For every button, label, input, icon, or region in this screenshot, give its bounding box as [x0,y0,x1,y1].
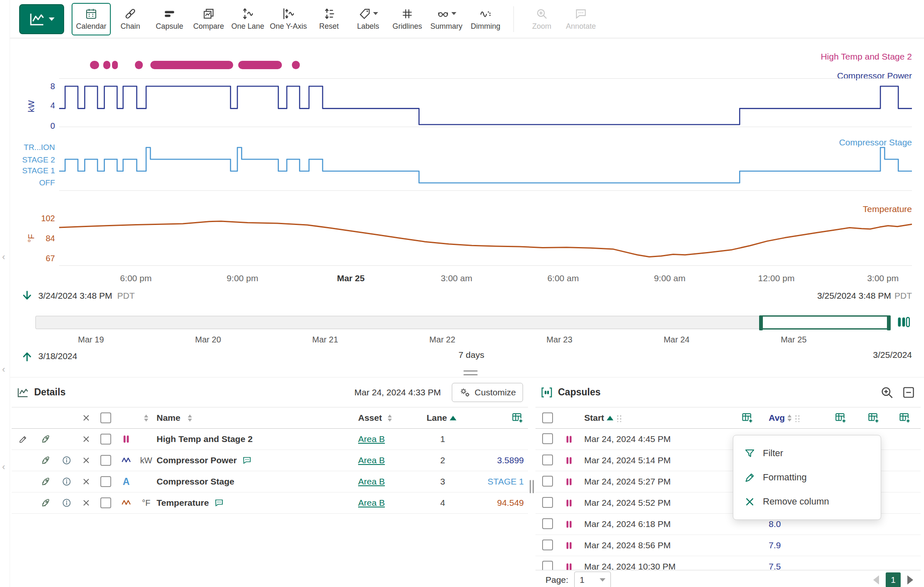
row-checkbox[interactable] [542,540,553,550]
comment-icon[interactable] [242,455,252,465]
capsule-bar[interactable] [103,61,110,69]
row-checkbox[interactable] [100,455,111,466]
sort-icon[interactable] [388,415,392,422]
collapse-chevron-icon[interactable]: ‹ [2,462,5,472]
asset-link[interactable]: Area B [358,455,385,465]
capsule-lane[interactable] [59,61,912,69]
row-checkbox[interactable] [100,476,111,487]
table-plus-icon[interactable] [899,412,911,424]
toolbar-item-dimming[interactable]: Dimming [466,2,505,37]
select-all-checkbox[interactable] [542,412,553,423]
vertical-splitter[interactable] [529,480,534,493]
row-checkbox[interactable] [542,561,553,570]
page-select[interactable]: 1 [574,572,611,587]
selection-left-handle[interactable] [759,315,763,330]
capsule-time-icon[interactable] [896,314,912,330]
toolbar-item-summary[interactable]: Summary [427,2,466,37]
capsule-bar[interactable] [150,61,233,69]
capsule-bar[interactable] [238,61,281,69]
toolbar-item-capsule[interactable]: Capsule [150,2,189,37]
x-icon[interactable] [82,413,91,422]
row-checkbox[interactable] [542,497,553,508]
table-plus-icon[interactable] [741,412,754,424]
chevron-down-icon [600,578,605,582]
column-grip-icon[interactable] [616,414,622,422]
capsule-bar[interactable] [292,61,299,69]
rocket-icon[interactable] [40,455,51,466]
horizontal-splitter[interactable] [463,370,478,375]
lane-column-header: Lane [426,413,447,423]
comment-icon[interactable] [214,498,224,508]
info-icon[interactable] [62,498,72,508]
table-plus-icon[interactable] [834,412,847,424]
string-signal-icon: A [123,476,130,487]
toolbar-item-calendar[interactable]: Calendar [72,3,111,35]
row-checkbox[interactable] [542,518,553,529]
previous-page-button[interactable] [873,575,879,585]
y-axis-tick: 0 [10,121,55,131]
investigate-range-row: 3/18/2024 7 days 3/25/2024 [10,350,924,363]
collapse-panel-icon[interactable] [902,385,916,400]
toolbar-item-compare[interactable]: Compare [189,2,228,37]
column-grip-icon[interactable] [794,414,800,422]
rocket-icon[interactable] [40,434,51,445]
asset-link[interactable]: Area B [358,477,385,487]
overview-timebar[interactable] [35,316,890,329]
info-icon[interactable] [62,455,72,465]
x-icon[interactable] [82,498,91,507]
chain-icon [124,7,137,20]
chart-type-button[interactable] [19,4,64,34]
toolbar-item-chain[interactable]: Chain [111,2,150,37]
select-all-checkbox[interactable] [100,412,111,423]
menu-item-formatting[interactable]: Formatting [733,465,881,490]
toolbar-item-one-lane[interactable]: One Lane [228,2,267,37]
row-checkbox[interactable] [100,497,111,508]
next-page-button[interactable] [907,575,913,585]
capsule-bar[interactable] [90,61,100,69]
asset-link[interactable]: Area B [358,498,385,508]
capsule-bar[interactable] [135,61,142,69]
sort-icon[interactable] [188,415,192,422]
sort-icon[interactable] [787,415,792,422]
toolbar-item-gridlines[interactable]: Gridlines [388,2,427,37]
collapse-chevron-icon[interactable]: ‹ [2,252,5,262]
row-checkbox[interactable] [100,434,111,445]
capsule-bar[interactable] [112,61,118,69]
x-icon[interactable] [82,456,91,465]
customize-button[interactable]: Customize [452,383,523,402]
lane-compressor-stage-plot[interactable] [59,143,912,190]
arrow-down-icon[interactable] [21,290,33,302]
table-plus-icon[interactable] [867,412,880,424]
row-checkbox[interactable] [542,476,553,487]
menu-item-remove-column[interactable]: Remove column [733,490,881,514]
overview-selection[interactable] [760,315,890,330]
toolbar-item-label: Summary [431,22,463,31]
item-value: STAGE 1 [461,471,528,492]
rocket-icon[interactable] [40,497,51,508]
x-icon[interactable] [82,435,91,444]
sort-icon[interactable] [144,415,148,422]
current-page-button[interactable]: 1 [886,572,901,587]
sort-asc-icon[interactable] [607,416,613,420]
sort-asc-icon[interactable] [450,416,456,420]
arrow-up-icon[interactable] [21,350,33,362]
toolbar-item-labels[interactable]: Labels [349,2,388,37]
toolbar-item-reset[interactable]: Reset [309,2,349,37]
zoom-to-capsule-icon[interactable] [880,385,894,400]
collapse-chevron-icon[interactable]: ‹ [2,365,5,374]
toolbar-item-label: Gridlines [393,22,422,31]
info-icon[interactable] [62,477,72,487]
lane-compressor-power-plot[interactable] [59,78,912,128]
selection-right-handle[interactable] [887,315,891,330]
details-row: ACompressor StageArea B3STAGE 1 [12,471,528,492]
asset-link[interactable]: Area B [358,434,385,444]
row-checkbox[interactable] [542,433,553,444]
toolbar-item-one-y-axis[interactable]: One Y-Axis [267,2,309,37]
lane-temperature-plot[interactable] [59,212,912,265]
menu-item-filter[interactable]: Filter [733,441,881,465]
table-plus-icon[interactable] [511,412,524,424]
x-icon[interactable] [82,477,91,486]
rocket-icon[interactable] [40,476,51,487]
pencil-icon[interactable] [18,434,28,444]
row-checkbox[interactable] [542,455,553,465]
